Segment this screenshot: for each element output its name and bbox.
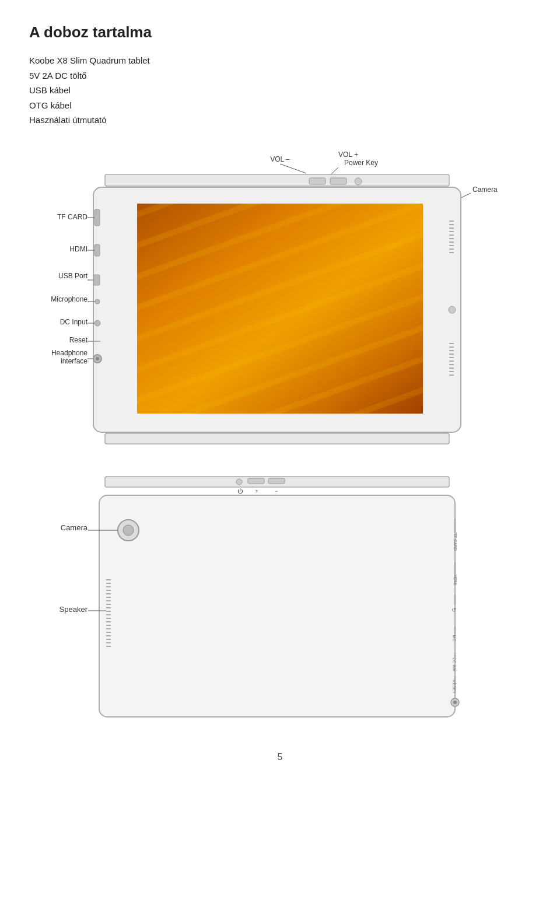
box-item-5: Használati útmutató: [29, 113, 531, 128]
tablet-bottom-bar: [105, 433, 449, 444]
page-content: A doboz tartalma Koobe X8 Slim Quadrum t…: [0, 0, 560, 797]
tf-card-label: TF CARD: [57, 213, 88, 221]
front-diagram-section: VOL – VOL + Power Key Camera: [29, 145, 531, 454]
back-hdmi-label: HDMI: [453, 575, 457, 585]
microphone-label: Microphone: [51, 295, 88, 303]
back-body: [99, 495, 455, 717]
power-key-label: Power Key: [344, 159, 378, 167]
dc-input-label: DC Input: [60, 318, 88, 326]
back-vol-minus: [248, 478, 264, 484]
hdmi-port: [94, 244, 100, 256]
svg-line-0: [280, 164, 306, 173]
hdmi-label: HDMI: [69, 245, 88, 253]
headphone-inner: [96, 357, 99, 360]
box-item-3: USB kábel: [29, 83, 531, 98]
back-headphone-inner: [453, 701, 457, 704]
back-diagram-svg: ⏻ + −: [58, 472, 513, 729]
vol-plus-btn: [330, 178, 346, 184]
back-top-dot: [236, 479, 242, 485]
back-speaker-text: Speaker: [60, 605, 88, 614]
back-usb-symbol: ↺: [452, 607, 456, 613]
back-dc-label: DC INV: [452, 657, 456, 671]
vol-minus-label: VOL –: [270, 155, 290, 163]
headphone-label: Headphone: [51, 349, 88, 357]
right-camera-dot: [449, 306, 456, 313]
vol-plus-label: VOL +: [338, 150, 358, 159]
back-diagram-section: ⏻ + −: [29, 472, 531, 729]
svg-text:−: −: [275, 488, 278, 494]
box-item-4: OTG kábel: [29, 98, 531, 113]
reset-label: Reset: [69, 336, 88, 344]
power-btn: [355, 178, 362, 185]
tablet-top-bar: [105, 174, 449, 186]
tf-card-slot: [94, 209, 100, 226]
screen-overlay: [137, 204, 423, 414]
box-item-1: Koobe X8 Slim Quadrum tablet: [29, 53, 531, 68]
back-camera-lens: [123, 525, 134, 536]
usb-port-label: USB Port: [58, 272, 88, 280]
back-camera-text: Camera: [61, 523, 88, 532]
front-diagram-svg: VOL – VOL + Power Key Camera: [29, 145, 531, 454]
back-mc-label: MC: [452, 635, 456, 641]
box-contents: Koobe X8 Slim Quadrum tablet 5V 2A DC tö…: [29, 53, 531, 128]
interface-label: interface: [61, 357, 88, 365]
svg-text:⏻: ⏻: [237, 488, 243, 494]
camera-top-label: Camera: [473, 186, 498, 194]
box-item-2: 5V 2A DC töltő: [29, 68, 531, 83]
page-title: A doboz tartalma: [29, 23, 531, 41]
usb-port: [93, 275, 100, 285]
dc-input-port: [94, 320, 100, 326]
back-tf-card-label: TF CARD: [453, 533, 457, 550]
back-vol-plus: [268, 478, 285, 484]
svg-text:+: +: [255, 488, 258, 494]
page-number: 5: [29, 752, 531, 762]
microphone-dot: [95, 299, 100, 304]
vol-minus-btn: [309, 178, 326, 184]
